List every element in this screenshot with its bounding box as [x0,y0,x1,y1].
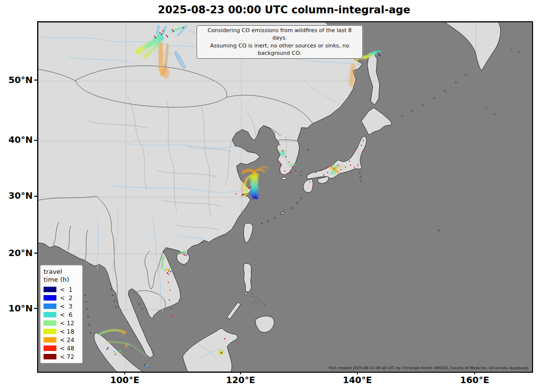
legend-swatch [44,329,56,334]
annotation-line-2: Assuming CO is inert, no other sources o… [200,42,359,57]
lat-label-30n: 30°N [0,190,33,201]
legend-swatch [44,304,56,309]
lat-label-50n: 50°N [0,75,33,85]
legend-swatch [44,312,56,317]
lon-label-140e: 140°E [338,375,377,385]
lon-label-120e: 120°E [221,375,260,385]
legend-title-line-2: time (h) [44,276,79,284]
legend-title-line-1: travel [44,268,79,276]
legend-row: < 6 [44,312,79,318]
legend-swatch [44,287,56,292]
lat-label-40n: 40°N [0,134,33,145]
legend-swatch [44,354,56,359]
figure-canvas: { "title": "2025-08-23 00:00 UTC column-… [0,0,538,392]
legend-row: < 1 [44,287,79,293]
legend-swatch [44,295,56,301]
legend-label: < 72 [60,353,74,360]
lat-label-20n: 20°N [0,248,33,258]
lon-label-100e: 100°E [105,375,145,385]
legend-travel-time: travel time (h) < 1 < 2 < 3 < 6 < 12 < 1… [40,265,83,363]
legend-swatch [44,346,56,351]
annotation-box: Considering CO emissions from wildfires … [196,25,363,59]
legend-label: < 6 [60,311,72,318]
legend-row: < 24 [44,337,79,343]
legend-row: < 18 [44,329,79,335]
legend-row: < 12 [44,320,79,326]
legend-swatch [44,337,56,343]
legend-row: < 3 [44,304,79,309]
geography-layer [38,22,532,372]
legend-row: < 72 [44,354,79,360]
annotation-line-1: Considering CO emissions from wildfires … [200,27,359,42]
legend-label: < 24 [60,337,74,344]
credit-line: Plot created 2025-08-24 09:48 UTC by Chr… [329,366,530,370]
plot-title: 2025-08-23 00:00 UTC column-integral-age [37,4,531,16]
lon-label-160e: 160°E [455,375,494,385]
legend-label: < 1 [60,286,72,293]
legend-label: < 48 [60,345,74,352]
legend-swatch [44,320,56,326]
lat-label-10n: 10°N [0,303,33,313]
legend-label: < 3 [60,303,72,310]
legend-label: < 12 [60,320,74,327]
legend-label: < 18 [60,328,74,335]
legend-label: < 2 [60,295,72,302]
legend-row: < 2 [44,295,79,301]
map-canvas: Considering CO emissions from wildfires … [37,21,533,373]
legend-row: < 48 [44,346,79,351]
